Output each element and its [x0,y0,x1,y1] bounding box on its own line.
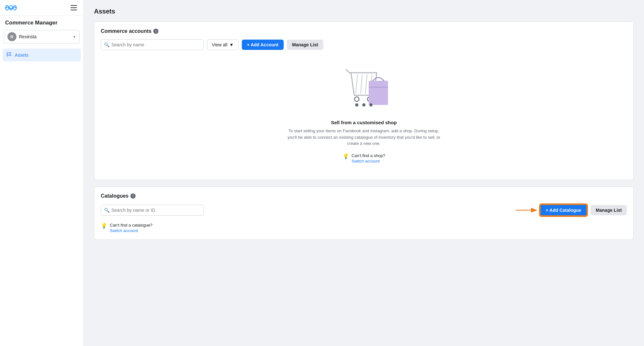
meta-logo [5,5,17,11]
page-title: Assets [94,8,634,15]
hint-text: Can't find a shop? Switch account [352,153,385,164]
account-name: Rexinsta [19,34,70,39]
sidebar-item-label: Assets [15,52,28,58]
chevron-down-icon: ▼ [229,42,234,47]
empty-state-title: Sell from a customised shop [331,120,397,125]
catalogues-hint-text: Can't find a catalogue? Switch account [110,223,153,233]
catalogues-bulb-icon: 💡 [101,223,107,229]
svg-point-19 [369,103,373,107]
assets-icon [6,52,12,58]
catalogues-manage-list-button[interactable]: Manage List [591,205,627,215]
view-all-dropdown[interactable]: View all ▼ [207,39,239,50]
orange-arrow-icon [514,205,540,215]
view-all-label: View all [212,42,227,47]
catalogues-toolbar: 🔍 + Add Catalogue Manage [101,204,627,216]
add-account-button[interactable]: + Add Account [242,40,284,50]
svg-rect-15 [369,81,388,105]
svg-point-17 [355,103,358,107]
catalogues-info-icon[interactable]: i [130,193,136,199]
meta-logo-svg [5,5,17,11]
svg-line-9 [356,74,357,94]
hamburger-menu-icon[interactable] [69,4,78,12]
commerce-accounts-toolbar: 🔍 View all ▼ + Add Account Manage List [101,39,627,50]
manage-list-button[interactable]: Manage List [287,40,323,50]
catalogues-title: Catalogues [101,193,128,199]
info-icon[interactable]: i [153,29,158,34]
catalogues-search-icon: 🔍 [104,208,109,213]
empty-state-description: To start selling your items on Facebook … [283,128,444,147]
catalogues-hint: 💡 Can't find a catalogue? Switch account [101,223,627,233]
sidebar-nav: Assets [0,47,83,63]
catalogues-card: Catalogues i 🔍 + Add Cata [94,186,634,240]
search-icon: 🔍 [104,42,109,47]
sidebar-item-assets[interactable]: Assets [3,49,81,61]
search-wrapper: 🔍 [101,39,204,50]
avatar: R [7,32,16,41]
svg-rect-3 [7,52,8,53]
switch-account-link[interactable]: Switch account [352,159,385,164]
catalogues-title-row: Catalogues i [101,193,627,199]
commerce-accounts-empty-state: Sell from a customised shop To start sel… [101,57,627,173]
bulb-icon: 💡 [343,153,349,159]
svg-rect-5 [7,54,8,55]
catalogues-search-wrapper: 🔍 [101,205,204,216]
arrow-annotation: + Add Catalogue [514,204,587,216]
app-title: Commerce Manager [0,16,83,29]
svg-rect-7 [7,55,8,56]
chevron-down-icon: ▼ [73,35,76,39]
svg-rect-6 [8,54,11,55]
catalogues-search-input[interactable] [101,205,204,216]
svg-line-10 [361,74,362,94]
commerce-accounts-title-row: Commerce accounts i [101,28,627,34]
svg-line-11 [365,74,367,94]
sidebar: Commerce Manager R Rexinsta ▼ Assets [0,0,84,346]
svg-rect-8 [8,55,11,56]
account-selector[interactable]: R Rexinsta ▼ [4,30,80,43]
catalogues-hint-title: Can't find a catalogue? [110,223,153,228]
search-input[interactable] [101,39,204,50]
svg-point-18 [362,103,365,107]
sidebar-header [0,0,83,16]
svg-point-1 [9,5,13,10]
main-content: Assets Commerce accounts i 🔍 View all ▼ … [84,0,644,346]
commerce-accounts-card: Commerce accounts i 🔍 View all ▼ + Add A… [94,22,634,180]
commerce-accounts-title: Commerce accounts [101,28,151,34]
hint-title: Can't find a shop? [352,153,385,158]
add-catalogue-button[interactable]: + Add Catalogue [540,204,587,216]
cart-illustration [332,63,396,115]
catalogues-switch-account-link[interactable]: Switch account [110,228,153,233]
svg-rect-4 [8,52,11,53]
svg-point-13 [355,97,359,101]
commerce-accounts-hint: 💡 Can't find a shop? Switch account [343,153,385,164]
